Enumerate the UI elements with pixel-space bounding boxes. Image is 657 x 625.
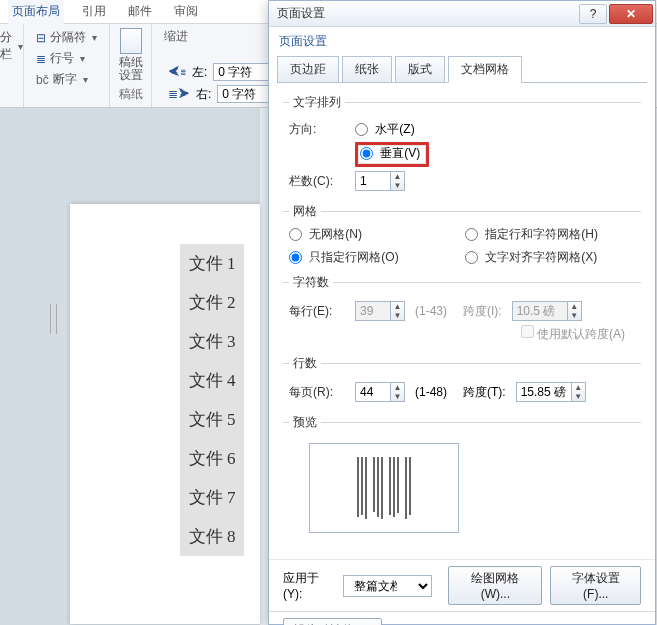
document-page: 文件 1 文件 2 文件 3 文件 4 文件 5 文件 6 文件 7 文件 8 — [70, 204, 260, 624]
chars-per-line-input — [355, 301, 391, 321]
dialog-heading: 页面设置 — [269, 27, 655, 52]
ruler — [50, 304, 57, 334]
line-numbers-button[interactable]: ≣行号▾ — [34, 49, 99, 68]
file-list: 文件 1 文件 2 文件 3 文件 4 文件 5 文件 6 文件 7 文件 8 — [180, 244, 244, 556]
page-setup-dialog: 页面设置 ? ✕ 页面设置 页边距 纸张 版式 文档网格 文字排列 方向: 水平… — [268, 0, 656, 625]
char-pitch-label: 跨度(I): — [463, 303, 502, 320]
legend-grid: 网格 — [289, 203, 321, 220]
hyphenation-button[interactable]: bč断字▾ — [34, 70, 99, 89]
indent-title: 缩进 — [160, 28, 188, 45]
highlight-box: 垂直(V) — [355, 142, 429, 167]
list-item: 文件 2 — [180, 283, 244, 322]
radio-line-only-grid[interactable]: 只指定行网格(O) — [289, 249, 465, 266]
fieldset-preview: 预览 — [283, 414, 641, 539]
list-item: 文件 3 — [180, 322, 244, 361]
use-default-pitch: 使用默认跨度(A) — [515, 325, 625, 343]
radio-vertical[interactable]: 垂直(V) — [360, 146, 420, 160]
lines-per-page-input[interactable] — [355, 382, 391, 402]
paper-icon — [120, 28, 142, 54]
fieldset-grid: 网格 无网格(N) 指定行和字符网格(H) 只指定行网格(O) 文字对齐字符网格… — [283, 203, 641, 266]
list-item: 文件 8 — [180, 517, 244, 556]
dialog-title: 页面设置 — [277, 5, 577, 22]
indent-left-icon: ⮜≣ — [168, 65, 186, 79]
paper-group-caption: 稿纸 — [119, 86, 143, 103]
dialog-tabs: 页边距 纸张 版式 文档网格 — [277, 56, 647, 83]
indent-left-input[interactable] — [213, 63, 269, 81]
columns-button[interactable]: 分栏▾ — [0, 28, 25, 64]
fieldset-lines: 行数 每页(R): ▲▼ (1-48) 跨度(T): ▲▼ — [283, 355, 641, 406]
lines-per-page-label: 每页(R): — [289, 384, 345, 401]
list-item: 文件 4 — [180, 361, 244, 400]
lines-range: (1-48) — [415, 385, 447, 399]
line-pitch-spinner[interactable]: ▲▼ — [572, 382, 586, 402]
fieldset-text-direction: 文字排列 方向: 水平(Z) 垂直(V) 栏数(C): ▲▼ — [283, 94, 641, 195]
chars-per-line-label: 每行(E): — [289, 303, 345, 320]
apply-to-label: 应用于(Y): — [283, 570, 335, 601]
fieldset-chars: 字符数 每行(E): ▲▼ (1-43) 跨度(I): ▲▼ 使用默认跨度(A) — [283, 274, 641, 347]
indent-right-input[interactable] — [217, 85, 273, 103]
columns-spinner[interactable]: ▲▼ — [391, 171, 405, 191]
list-item: 文件 6 — [180, 439, 244, 478]
font-settings-button[interactable]: 字体设置(F)... — [550, 566, 641, 605]
list-item: 文件 7 — [180, 478, 244, 517]
indent-left-label: 左: — [192, 64, 207, 81]
radio-no-grid[interactable]: 无网格(N) — [289, 226, 465, 243]
ribbon-tab-review[interactable]: 审阅 — [170, 0, 202, 24]
tab-margins[interactable]: 页边距 — [277, 56, 339, 83]
char-pitch-spinner: ▲▼ — [568, 301, 582, 321]
paper-button[interactable]: 稿纸 设置 — [118, 56, 143, 82]
help-button[interactable]: ? — [579, 4, 607, 24]
tab-paper[interactable]: 纸张 — [342, 56, 392, 83]
radio-char-align-grid[interactable]: 文字对齐字符网格(X) — [465, 249, 641, 266]
list-item: 文件 5 — [180, 400, 244, 439]
close-button[interactable]: ✕ — [609, 4, 653, 24]
breaks-button[interactable]: ⊟分隔符▾ — [34, 28, 99, 47]
preview-box — [309, 443, 459, 533]
chars-spinner: ▲▼ — [391, 301, 405, 321]
char-pitch-input — [512, 301, 568, 321]
lines-spinner[interactable]: ▲▼ — [391, 382, 405, 402]
indent-right-icon: ≣⮞ — [168, 87, 190, 101]
ribbon-tab-reference[interactable]: 引用 — [78, 0, 110, 24]
legend-preview: 预览 — [289, 414, 321, 431]
list-item: 文件 1 — [180, 244, 244, 283]
ribbon-tab-layout[interactable]: 页面布局 — [8, 0, 64, 24]
line-pitch-label: 跨度(T): — [463, 384, 506, 401]
indent-right-label: 右: — [196, 86, 211, 103]
tab-grid[interactable]: 文档网格 — [448, 56, 522, 83]
tab-layout[interactable]: 版式 — [395, 56, 445, 83]
ribbon-tab-mail[interactable]: 邮件 — [124, 0, 156, 24]
legend-chars: 字符数 — [289, 274, 333, 291]
direction-label: 方向: — [289, 121, 345, 138]
legend-text: 文字排列 — [289, 94, 345, 111]
line-pitch-input[interactable] — [516, 382, 572, 402]
apply-to-select[interactable]: 整篇文档 — [343, 575, 433, 597]
radio-horizontal[interactable]: 水平(Z) — [355, 121, 415, 138]
chars-range: (1-43) — [415, 304, 447, 318]
radio-line-char-grid[interactable]: 指定行和字符网格(H) — [465, 226, 641, 243]
document-area: 文件 1 文件 2 文件 3 文件 4 文件 5 文件 6 文件 7 文件 8 — [0, 108, 260, 625]
legend-lines: 行数 — [289, 355, 321, 372]
columns-label: 栏数(C): — [289, 173, 345, 190]
columns-input[interactable] — [355, 171, 391, 191]
draw-grid-button[interactable]: 绘图网格(W)... — [448, 566, 542, 605]
set-default-button[interactable]: 设为默认值(D) — [283, 618, 382, 625]
